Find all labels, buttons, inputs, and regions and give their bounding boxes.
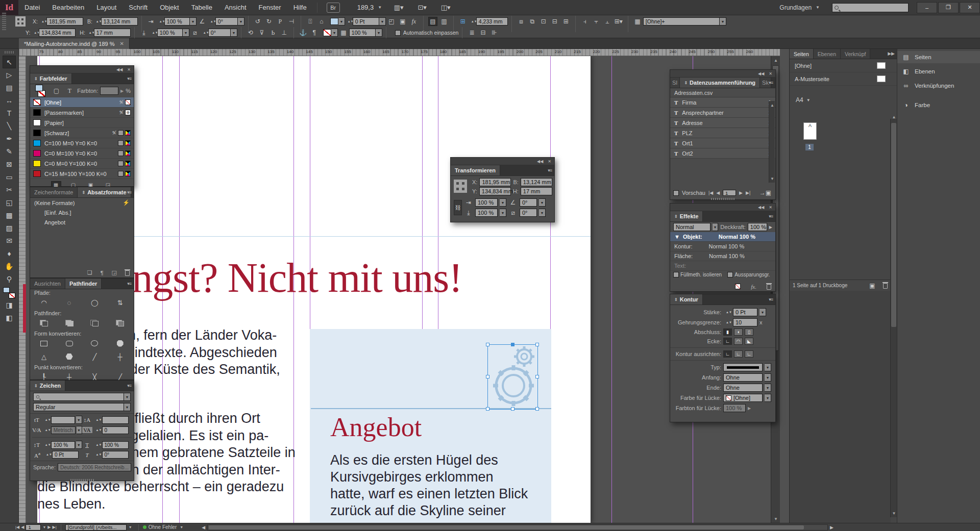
pen-tool-icon[interactable]: ✒ bbox=[3, 132, 16, 145]
swatch-fill-stroke-proxy[interactable] bbox=[35, 85, 46, 97]
page-size-dropdown-arrow[interactable]: ▼ bbox=[806, 98, 811, 103]
y-field[interactable]: 134,834 mm bbox=[39, 29, 76, 37]
swatch-row[interactable]: [Passermarken]✎̸⊕ bbox=[30, 108, 134, 118]
offer-body-line[interactable]: zurück auf die Skyline seiner bbox=[330, 503, 506, 519]
constrain-v-icon[interactable]: ⤓ bbox=[139, 28, 149, 37]
note-tool-icon[interactable]: ✉ bbox=[3, 234, 16, 247]
menu-schrift[interactable]: Schrift bbox=[122, 0, 154, 15]
tab-zeichenformate[interactable]: Zeichenformate bbox=[30, 187, 78, 197]
open-path-icon[interactable]: ◌ bbox=[57, 297, 82, 308]
vorschau-checkbox[interactable] bbox=[673, 190, 679, 196]
gehrungsgrenze-field[interactable]: 10 bbox=[733, 318, 757, 326]
panel-menu-icon[interactable]: ▾≡ bbox=[127, 190, 131, 195]
clear-effects-icon[interactable] bbox=[735, 284, 741, 289]
rotation-field[interactable]: 0° bbox=[215, 17, 238, 26]
collapse-icon[interactable]: ◀◀ bbox=[758, 71, 764, 76]
anchor-icon[interactable]: ⚓ bbox=[299, 28, 308, 37]
x-field[interactable]: 181,95 mm bbox=[46, 17, 83, 26]
swatch-row[interactable]: C=0 M=0 Y=100 K=0 bbox=[30, 159, 134, 169]
fill-color-swatch[interactable] bbox=[330, 18, 338, 25]
partial-tab-left[interactable]: SI bbox=[670, 78, 680, 88]
align-right-icon[interactable]: ⫠ bbox=[603, 17, 612, 26]
toolbar-grip[interactable] bbox=[5, 51, 14, 54]
prev-record-icon[interactable]: ◀ bbox=[716, 190, 720, 195]
rotate-cw-icon[interactable]: ↻ bbox=[264, 17, 274, 26]
rectangle-frame-tool-icon[interactable]: ⊠ bbox=[3, 158, 16, 170]
page-number-field[interactable]: 1 bbox=[26, 524, 41, 530]
panel-resize-grip[interactable] bbox=[70, 479, 94, 481]
convert-line-icon[interactable]: ╱ bbox=[82, 351, 108, 362]
body-line[interactable]: nes Leben. bbox=[37, 496, 106, 512]
first-page-icon[interactable]: |◀ bbox=[15, 525, 19, 529]
fill-swatch-icon[interactable] bbox=[35, 85, 43, 91]
window-close-button[interactable]: ✕ bbox=[960, 2, 980, 13]
panel-menu-icon[interactable]: ▾≡ bbox=[769, 80, 773, 85]
style-item[interactable]: Angebot bbox=[30, 217, 134, 227]
butt-cap-icon[interactable]: ▮ bbox=[723, 328, 732, 336]
miter-join-icon[interactable]: ∟ bbox=[723, 338, 732, 345]
scissors-tool-icon[interactable]: ✂ bbox=[3, 183, 16, 196]
last-page-icon[interactable]: ▶| bbox=[52, 525, 56, 529]
selection-tool-icon[interactable]: ↖ bbox=[3, 56, 16, 68]
scale-x-field[interactable]: 100 % bbox=[164, 17, 190, 26]
formatting-affects-text-icon[interactable]: T bbox=[65, 86, 74, 95]
eyedropper-tool-icon[interactable]: ♦ bbox=[3, 247, 16, 260]
dock-verknuepfungen[interactable]: ∞Verknüpfungen bbox=[897, 80, 980, 92]
gradient-feather-tool-icon[interactable]: ▨ bbox=[3, 221, 16, 234]
menu-hilfe[interactable]: Hilfe bbox=[287, 0, 313, 15]
constrain-icon[interactable]: ⇥ bbox=[146, 17, 156, 26]
font-family-field[interactable] bbox=[33, 393, 124, 401]
record-number-field[interactable]: 1 bbox=[723, 190, 736, 196]
knockout-group-checkbox[interactable] bbox=[727, 272, 733, 277]
fill-stroke-proxy[interactable] bbox=[3, 287, 15, 298]
selection-handle[interactable] bbox=[511, 343, 514, 346]
vertical-scale-field[interactable]: 100 % bbox=[51, 441, 75, 449]
close-icon[interactable]: ✕ bbox=[769, 71, 772, 76]
style-item[interactable]: [Einf. Abs.] bbox=[30, 208, 134, 217]
arrange-documents-button[interactable]: ◫▾ bbox=[438, 2, 453, 13]
gap-tool-icon[interactable]: ↔ bbox=[3, 94, 16, 107]
gap-icon[interactable]: ⊪ bbox=[489, 28, 499, 37]
merge-records-icon[interactable]: →▣ bbox=[760, 188, 771, 197]
collapse-icon[interactable]: ◀◀ bbox=[537, 159, 543, 164]
center-content-icon[interactable]: ⊡ bbox=[539, 17, 548, 26]
tab-transformieren[interactable]: Transformieren bbox=[451, 165, 500, 175]
direct-selection-tool-icon[interactable]: ▷ bbox=[3, 68, 16, 81]
gap-tint-field[interactable]: 100 % bbox=[723, 404, 746, 412]
rotate-180-icon[interactable]: ⟲ bbox=[246, 28, 255, 37]
first-record-icon[interactable]: |◀ bbox=[708, 190, 713, 195]
menu-tabelle[interactable]: Tabelle bbox=[185, 0, 218, 15]
offer-body-line[interactable]: hatte, warf es einen letzten Blick bbox=[330, 486, 528, 502]
corner-options-icon[interactable]: ◰ bbox=[387, 17, 396, 26]
trash-icon[interactable] bbox=[125, 270, 130, 276]
zoom-dropdown-arrow[interactable]: ▼ bbox=[378, 5, 382, 10]
align-stroke-center-icon[interactable]: ∟ bbox=[723, 350, 732, 358]
stroke-weight-field[interactable]: 0 Pt bbox=[353, 17, 379, 26]
fill-frame-icon[interactable]: ⊞ bbox=[561, 17, 571, 26]
view-options-button[interactable]: ▥▾ bbox=[391, 2, 406, 13]
transform-shear-field[interactable]: 0° bbox=[520, 209, 537, 217]
transform-rotate-field[interactable]: 0° bbox=[520, 198, 537, 207]
panel-button-icon[interactable]: ❏ bbox=[87, 269, 92, 276]
data-field-row[interactable]: TOrt11 bbox=[670, 138, 775, 148]
gap-color-field[interactable]: [Ohne] bbox=[723, 394, 763, 402]
projecting-cap-icon[interactable]: ▯ bbox=[745, 328, 753, 336]
x-stepper[interactable]: ▲▼ bbox=[41, 20, 46, 23]
mirror-icon[interactable]: ⊽ bbox=[257, 28, 266, 37]
tab-pathfinder[interactable]: Pathfinder bbox=[65, 279, 102, 289]
data-field-row[interactable]: TOrt21 bbox=[670, 148, 775, 159]
transform-scale-y-field[interactable]: 100 % bbox=[475, 209, 498, 217]
baseline-shift-field[interactable]: 0 Pt bbox=[52, 451, 79, 459]
dock-farbe[interactable]: ◑Farbe bbox=[897, 99, 980, 111]
screen-mode-button[interactable]: ⊡▾ bbox=[414, 2, 430, 13]
round-cap-icon[interactable]: ◖ bbox=[734, 328, 743, 336]
rotate-ccw-icon[interactable]: ↺ bbox=[253, 17, 262, 26]
document-canvas[interactable]: Angst? Nicht mit uns! den Wortbergen, fe… bbox=[26, 56, 780, 523]
zoom-level-value[interactable]: 189,3 bbox=[357, 4, 374, 11]
horizontal-scale-field[interactable]: 100 % bbox=[102, 441, 129, 449]
round-join-icon[interactable]: ◠ bbox=[734, 338, 743, 345]
swatch-row[interactable]: C=15 M=100 Y=100 K=0 bbox=[30, 169, 134, 179]
quick-apply-icon[interactable]: ⚡ bbox=[122, 199, 130, 206]
gradient-tool-icon[interactable]: ▩ bbox=[3, 209, 16, 221]
transform-reference-point-icon[interactable] bbox=[454, 180, 467, 193]
